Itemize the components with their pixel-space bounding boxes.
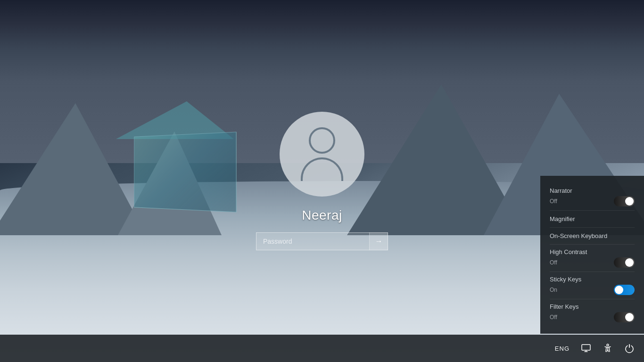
username-label: Neeraj <box>302 208 342 223</box>
toggle-thumb-narrator <box>625 197 634 206</box>
access-status-sticky-keys: On <box>550 287 557 293</box>
access-label-high-contrast: High Contrast <box>550 248 635 255</box>
access-item-sticky-keys: Sticky KeysOn <box>550 272 635 299</box>
access-item-filter-keys: Filter KeysOff <box>550 299 635 326</box>
submit-button[interactable]: → <box>369 232 388 250</box>
access-item-magnifier[interactable]: Magnifier <box>550 211 635 228</box>
access-item-narrator: NarratorOff <box>550 183 635 211</box>
toggle-sticky-keys[interactable] <box>614 285 635 295</box>
avatar-body <box>301 157 343 181</box>
building-body <box>134 132 237 213</box>
accessibility-icon[interactable] <box>603 343 613 354</box>
access-row-high-contrast: Off <box>550 257 635 268</box>
display-icon[interactable] <box>581 343 591 354</box>
password-input[interactable] <box>256 232 388 250</box>
password-container: → <box>256 232 388 250</box>
access-item-high-contrast: High ContrastOff <box>550 245 635 272</box>
access-label-filter-keys: Filter Keys <box>550 303 635 310</box>
toggle-thumb-filter-keys <box>625 313 634 321</box>
access-row-filter-keys: Off <box>550 312 635 322</box>
access-status-narrator: Off <box>550 198 557 205</box>
language-indicator[interactable]: ENG <box>555 345 570 352</box>
access-item-on-screen-keyboard[interactable]: On-Screen Keyboard <box>550 228 635 245</box>
access-label-on-screen-keyboard: On-Screen Keyboard <box>550 232 635 239</box>
access-status-high-contrast: Off <box>550 259 557 266</box>
toggle-narrator[interactable] <box>614 196 635 206</box>
avatar <box>280 112 364 197</box>
avatar-head <box>309 127 335 154</box>
toggle-thumb-sticky-keys <box>615 286 623 294</box>
login-area: Neeraj → <box>256 112 388 250</box>
toggle-high-contrast[interactable] <box>614 257 635 268</box>
svg-rect-0 <box>582 345 590 350</box>
toggle-filter-keys[interactable] <box>614 312 635 322</box>
access-label-magnifier: Magnifier <box>550 215 635 222</box>
glass-building <box>116 115 248 210</box>
user-silhouette-icon <box>301 127 343 181</box>
access-row-narrator: Off <box>550 196 635 206</box>
accessibility-panel: NarratorOffMagnifierOn-Screen KeyboardHi… <box>540 176 644 334</box>
access-row-sticky-keys: On <box>550 285 635 295</box>
svg-point-1 <box>607 344 609 346</box>
toggle-thumb-high-contrast <box>625 258 634 267</box>
power-icon[interactable] <box>624 343 635 354</box>
arrow-icon: → <box>375 237 383 246</box>
taskbar: ENG <box>0 335 644 362</box>
access-label-narrator: Narrator <box>550 187 635 194</box>
access-label-sticky-keys: Sticky Keys <box>550 276 635 283</box>
access-status-filter-keys: Off <box>550 314 557 321</box>
